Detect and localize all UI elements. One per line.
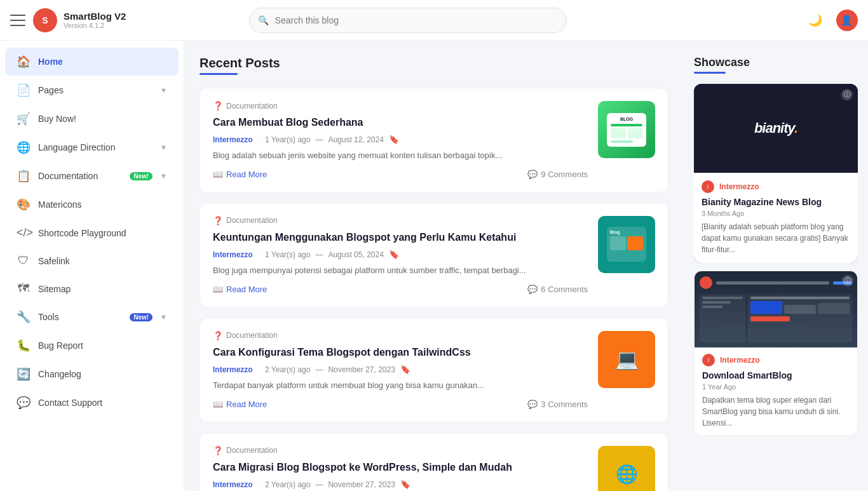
user-avatar[interactable]: 👤 (836, 10, 858, 31)
sidebar: 🏠 Home 📄 Pages ▼ 🛒 Buy Now! 🌐 Language D… (0, 41, 184, 491)
language-icon: 🌐 (17, 140, 31, 154)
category-icon-3: ❓ (213, 331, 223, 340)
post-time-1: 1 Year(s) ago (265, 135, 310, 144)
post-footer-3: 📖 Read More 💬 3 Comments (213, 400, 588, 409)
showcase-featured-meta: 3 Months Ago (702, 210, 850, 217)
showcase-small-card-1[interactable]: ⓘ (694, 271, 858, 436)
read-more-icon-3: 📖 (213, 400, 223, 409)
post-date-4: November 27, 2023 (328, 480, 395, 489)
sidebar-item-changelog[interactable]: 🔄 Changelog (5, 360, 179, 388)
post-category-4: ❓ Documentation (213, 446, 588, 455)
sidebar-item-matericons[interactable]: 🎨 Matericons (5, 191, 179, 219)
post-author-2: Intermezzo (213, 250, 253, 259)
thumb-emoji-3: 💻 (615, 348, 639, 370)
mockup-display (695, 271, 857, 347)
search-input[interactable] (249, 8, 567, 33)
category-icon-2: ❓ (213, 216, 223, 225)
topbar-actions: 🌙 👤 (804, 10, 858, 31)
post-footer-2: 📖 Read More 💬 6 Comments (213, 285, 588, 294)
post-excerpt-3: Terdapat banyak platform untuk membuat b… (213, 379, 588, 392)
menu-icon[interactable] (10, 13, 25, 28)
showcase-title: Showcase (694, 56, 858, 69)
bookmark-icon-4[interactable]: 🔖 (400, 480, 410, 489)
chevron-down-icon: ▼ (160, 86, 167, 94)
post-thumb-4: 🌐 (598, 446, 655, 491)
showcase-author-name: Intermezzo (719, 182, 759, 191)
sidebar-item-safelink[interactable]: 🛡 Safelink (5, 247, 179, 274)
thumb-emoji-4: 🌐 (616, 464, 638, 485)
sidebar-item-pages[interactable]: 📄 Pages ▼ (5, 76, 179, 104)
matericons-icon: 🎨 (17, 198, 31, 212)
support-icon: 💬 (17, 396, 31, 410)
post-meta-2: Intermezzo · 1 Year(s) ago — August 05, … (213, 250, 588, 259)
post-author-3: Intermezzo (213, 365, 253, 374)
sidebar-item-documentation[interactable]: 📋 Documentation New! ▼ (5, 162, 179, 190)
search-bar: 🔍 (249, 8, 567, 33)
post-meta-3: Intermezzo · 2 Year(s) ago — November 27… (213, 365, 588, 374)
sidebar-item-home[interactable]: 🏠 Home (5, 48, 179, 76)
post-date-2: August 05, 2024 (328, 250, 383, 259)
bookmark-icon-2[interactable]: 🔖 (389, 250, 399, 259)
bookmark-icon-1[interactable]: 🔖 (389, 135, 399, 144)
sidebar-item-sitemap[interactable]: 🗺 Sitemap (5, 275, 179, 302)
read-more-icon-1: 📖 (213, 170, 223, 179)
shortcode-icon: </> (17, 226, 31, 239)
post-card-2: ❓ Documentation Keuntungan Menggunakan B… (200, 203, 668, 307)
post-meta-1: Intermezzo · 1 Year(s) ago — August 12, … (213, 135, 588, 144)
theme-toggle-button[interactable]: 🌙 (804, 10, 826, 31)
post-thumb-1: BLOG (598, 101, 655, 158)
recent-posts-section: Recent Posts ❓ Documentation Cara Membua… (184, 41, 684, 491)
sidebar-item-bug-label: Bug Report (38, 340, 167, 351)
sidebar-item-language[interactable]: 🌐 Language Direction ▼ (5, 133, 179, 161)
tools-icon: 🔧 (17, 310, 31, 324)
showcase-featured-title: Bianity Magazine News Blog (702, 197, 850, 207)
post-author-1: Intermezzo (213, 135, 253, 144)
showcase-sidebar: Showcase ⓘ bianity. I Intermezzo Bianity… (684, 41, 868, 491)
post-time-2: 1 Year(s) ago (265, 250, 310, 259)
changelog-icon: 🔄 (17, 367, 31, 381)
read-more-3[interactable]: 📖 Read More (213, 400, 267, 409)
post-title-1: Cara Membuat Blog Sederhana (213, 116, 588, 130)
showcase-featured-card[interactable]: ⓘ bianity. I Intermezzo Bianity Magazine… (694, 84, 858, 263)
post-meta-4: Intermezzo · 2 Year(s) ago — November 27… (213, 480, 588, 489)
post-category-1: ❓ Documentation (213, 101, 588, 111)
bookmark-icon-3[interactable]: 🔖 (400, 365, 410, 374)
showcase-author-row: I Intermezzo (702, 180, 850, 193)
post-date-3: November 27, 2023 (328, 365, 395, 374)
content-area: Recent Posts ❓ Documentation Cara Membua… (184, 41, 684, 491)
read-more-2[interactable]: 📖 Read More (213, 285, 267, 294)
showcase-author-name-2: Intermezzo (720, 356, 760, 365)
sidebar-item-shortcode-label: Shortcode Playground (38, 228, 167, 238)
showcase-small-image-1: ⓘ (695, 271, 857, 347)
showcase-featured-image: ⓘ bianity. (694, 84, 858, 173)
safelink-icon: 🛡 (17, 254, 31, 267)
post-thumb-2: Blog (598, 216, 655, 273)
pages-icon: 📄 (17, 83, 31, 97)
recent-posts-title: Recent Posts (200, 56, 668, 71)
showcase-small-body-1: I Intermezzo Download SmartBlog 1 Year A… (695, 347, 857, 435)
app-logo: S (33, 8, 57, 32)
showcase-featured-info: I Intermezzo Bianity Magazine News Blog … (694, 173, 858, 263)
sidebar-item-language-label: Language Direction (38, 142, 153, 152)
category-icon: ❓ (213, 101, 223, 111)
post-card-3: ❓ Documentation Cara Konfigurasi Tema Bl… (200, 318, 668, 422)
post-category-2: ❓ Documentation (213, 216, 588, 225)
sidebar-item-tools[interactable]: 🔧 Tools New! ▼ (5, 303, 179, 331)
showcase-author-row-2: I Intermezzo (702, 354, 850, 367)
new-badge-docs: New! (130, 172, 153, 180)
chevron-down-icon-docs: ▼ (160, 172, 167, 180)
category-icon-4: ❓ (213, 446, 223, 455)
read-more-1[interactable]: 📖 Read More (213, 170, 267, 179)
sidebar-item-bug-report[interactable]: 🐛 Bug Report (5, 332, 179, 360)
read-more-icon-2: 📖 (213, 285, 223, 294)
post-author-4: Intermezzo (213, 480, 253, 489)
post-time-4: 2 Year(s) ago (265, 480, 310, 489)
sidebar-item-shortcode[interactable]: </> Shortcode Playground (5, 219, 179, 246)
docs-icon: 📋 (17, 169, 31, 183)
home-icon: 🏠 (17, 55, 31, 69)
search-icon: 🔍 (258, 15, 269, 25)
sidebar-item-buy-now[interactable]: 🛒 Buy Now! (5, 105, 179, 133)
sidebar-item-safelink-label: Safelink (38, 256, 167, 266)
post-category-3: ❓ Documentation (213, 331, 588, 340)
sidebar-item-contact-support[interactable]: 💬 Contact Support (5, 389, 179, 417)
